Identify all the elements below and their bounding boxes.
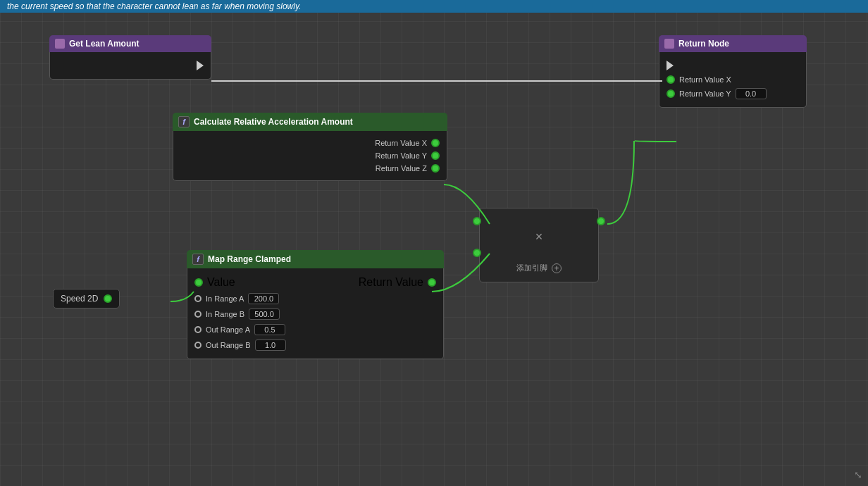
map-range-node: f Map Range Clamped Value Return Value I… [187, 250, 444, 359]
calc-ret-y-label: Return Value Y [375, 151, 427, 160]
map-value-label: Value [207, 276, 235, 289]
map-in-b-pin [194, 311, 202, 318]
map-header: f Map Range Clamped [187, 250, 444, 268]
map-return-label: Return Value [359, 276, 423, 289]
map-out-b-row: Out Range B 1.0 [187, 337, 443, 353]
get-lean-amount-body [49, 52, 211, 80]
map-out-b-field[interactable]: 1.0 [255, 339, 286, 351]
calc-ret-y-pin [431, 151, 440, 160]
speed-2d-node: Speed 2D [53, 289, 120, 309]
map-in-a-field[interactable]: 200.0 [248, 293, 279, 304]
return-node-body: Return Value X Return Value Y 0.0 [659, 52, 807, 108]
calc-ret-z-pin [431, 164, 440, 173]
top-banner: the current speed so that the character … [0, 0, 868, 13]
exec-out-pin [50, 58, 211, 73]
calc-ret-x-pin [431, 139, 440, 147]
speed-2d-label: Speed 2D [61, 294, 98, 304]
map-out-a-label: Out Range A [206, 325, 250, 334]
return-val-x-pin [666, 75, 675, 84]
map-value-row: Value Return Value [187, 274, 443, 291]
return-exec-triangle [666, 61, 674, 70]
return-exec-in [659, 58, 806, 73]
calc-rel-accel-node: f Calculate Relative Acceleration Amount… [173, 113, 447, 181]
multiply-in-bottom-pin [473, 249, 481, 257]
map-in-b-label: In Range B [206, 310, 244, 318]
calc-ret-x-row: Return Value X [173, 137, 447, 149]
calc-header: f Calculate Relative Acceleration Amount [173, 113, 447, 131]
calc-f-icon: f [178, 116, 190, 127]
map-body: Value Return Value In Range A 200.0 In R… [187, 268, 444, 359]
corner-resize-icon: ⤡ [854, 469, 862, 480]
return-val-x-label: Return Value X [679, 75, 731, 84]
return-node-header: Return Node [659, 35, 807, 52]
calc-ret-y-row: Return Value Y [173, 149, 447, 162]
calc-body: Return Value X Return Value Y Return Val… [173, 131, 447, 181]
return-node: Return Node Return Value X Return Value … [659, 35, 807, 108]
map-in-b-row: In Range B 500.0 [187, 306, 443, 322]
map-title: Map Range Clamped [208, 254, 291, 264]
return-node-title: Return Node [678, 39, 729, 49]
get-lean-amount-title: Get Lean Amount [69, 39, 140, 49]
map-in-a-row: In Range A 200.0 [187, 291, 443, 306]
calc-ret-z-row: Return Value Z [173, 162, 447, 175]
multiply-node: × 添加引脚 + [479, 208, 599, 282]
return-val-y-field[interactable]: 0.0 [736, 88, 767, 99]
map-out-b-pin [194, 342, 202, 349]
multiply-add-pin-button[interactable]: 添加引脚 + [480, 260, 598, 276]
banner-text: the current speed so that the character … [7, 1, 301, 11]
multiply-in-top-pin [473, 217, 481, 225]
return-val-y-row: Return Value Y 0.0 [659, 86, 806, 101]
map-out-a-field[interactable]: 0.5 [254, 324, 285, 335]
calc-ret-z-label: Return Value Z [376, 164, 427, 173]
return-val-y-pin [666, 89, 675, 98]
return-header-icon [664, 39, 674, 49]
map-f-icon: f [192, 254, 204, 265]
speed-2d-pin [104, 294, 112, 303]
get-lean-amount-header: Get Lean Amount [49, 35, 211, 52]
multiply-top-row [480, 214, 598, 228]
map-return-pin [428, 278, 436, 287]
get-lean-amount-node: Get Lean Amount [49, 35, 211, 80]
calc-ret-x-label: Return Value X [375, 139, 427, 147]
map-in-b-field[interactable]: 500.0 [249, 309, 280, 320]
multiply-add-label: 添加引脚 [516, 263, 547, 273]
multiply-out-pin [597, 217, 605, 225]
multiply-bottom-row [480, 246, 598, 260]
map-in-a-label: In Range A [206, 294, 244, 303]
map-out-b-label: Out Range B [206, 341, 251, 349]
calc-title: Calculate Relative Acceleration Amount [194, 117, 353, 127]
multiply-add-icon: + [552, 263, 562, 273]
map-in-a-pin [194, 295, 202, 302]
return-val-y-label: Return Value Y [679, 89, 731, 98]
map-out-a-pin [194, 326, 202, 333]
map-value-in-pin [194, 278, 203, 287]
exec-out-triangle [197, 61, 204, 70]
header-purple-icon [55, 39, 65, 49]
multiply-symbol: × [480, 228, 598, 246]
return-val-x-row: Return Value X [659, 73, 806, 86]
map-out-a-row: Out Range A 0.5 [187, 322, 443, 337]
